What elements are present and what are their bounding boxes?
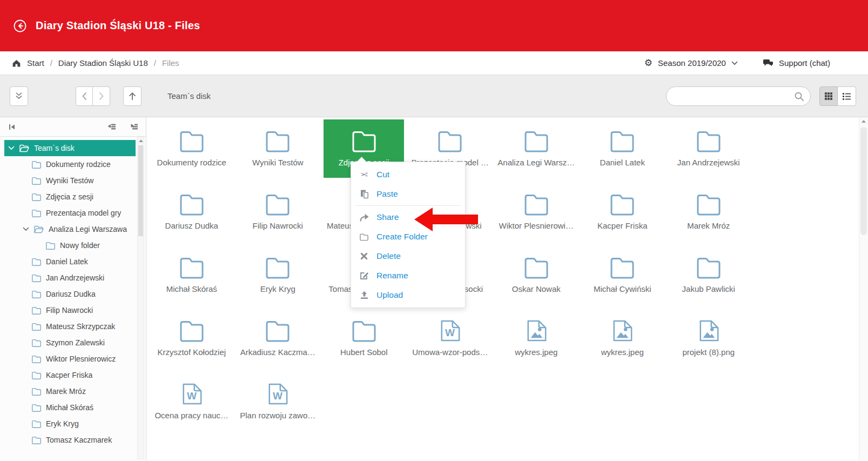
file-tile-folder[interactable]: Kacper Friska (582, 183, 663, 241)
tree-item[interactable]: Eryk Kryg (4, 416, 136, 432)
context-menu-item-paste[interactable]: Paste (351, 184, 465, 204)
folder-icon (31, 355, 42, 364)
file-grid-pane: Dokumenty rodziceWyniki TestówZdjęcia z … (146, 117, 868, 460)
tree-item[interactable]: Marek Mróz (4, 383, 136, 399)
file-tile-word[interactable]: WOcena pracy nauc… (151, 372, 232, 431)
folder-icon (609, 129, 635, 153)
file-tile-word[interactable]: WPlan rozwoju zawo… (238, 372, 318, 431)
file-tile-folder[interactable]: Dokumenty rodzice (151, 119, 232, 178)
season-selector[interactable]: ⚙ Season 2019/2020 (644, 58, 738, 68)
collapse-sidebar-icon[interactable] (8, 123, 16, 131)
file-tile-folder[interactable]: Dariusz Dudka (151, 183, 232, 241)
file-tile-image[interactable]: wykres.jpeg (582, 309, 663, 368)
file-tile-image[interactable]: projekt (8).png (668, 309, 749, 368)
file-tile-folder[interactable]: Filip Nawrocki (238, 183, 318, 241)
file-icon-wrap (265, 128, 291, 155)
tree-item[interactable]: Wiktor Plesnierowicz (4, 351, 136, 367)
folder-icon (31, 306, 42, 315)
context-menu-item-cut[interactable]: ✂Cut (351, 165, 465, 184)
file-tile-word[interactable]: WUmowa-wzor-pods… (410, 309, 490, 368)
sidebar-scrollbar[interactable] (137, 137, 144, 459)
support-chat-link[interactable]: Support (chat) (763, 58, 830, 68)
tree-chevron-down-icon[interactable] (23, 227, 29, 231)
file-tile-folder[interactable]: Krzysztof Kołodziej (151, 309, 232, 368)
tree-item[interactable]: Prezentacja model gry (4, 205, 136, 221)
file-tile-folder[interactable]: Analiza Legi Warsz… (496, 119, 576, 178)
file-icon-wrap (523, 128, 549, 155)
tree-item[interactable]: Zdjęcia z sesji (4, 189, 136, 205)
breadcrumb-separator: / (154, 58, 156, 68)
folder-icon (31, 160, 42, 169)
file-label: Marek Mróz (687, 221, 730, 230)
tree-item[interactable]: Filip Nawrocki (4, 302, 136, 318)
file-icon-wrap (437, 128, 463, 155)
folder-tree: Team`s diskDokumenty rodziceWyniki Testó… (0, 137, 146, 448)
file-label: Krzysztof Kołodziej (157, 348, 226, 357)
tree-item[interactable]: Szymon Zalewski (4, 335, 136, 351)
menu-item-label: Paste (376, 189, 398, 199)
app-header: Diary Stadion Śląski U18 - Files (0, 0, 868, 51)
file-tile-folder[interactable]: Arkadiusz Kaczma… (238, 309, 318, 368)
nav-forward-button[interactable] (93, 86, 110, 106)
content-area: Team`s diskDokumenty rodziceWyniki Testó… (0, 117, 868, 460)
share-icon (359, 213, 369, 222)
search-box (666, 86, 811, 106)
file-tile-folder[interactable]: Oskar Nowak (496, 246, 576, 304)
tree-item[interactable]: Mateusz Skrzypczak (4, 318, 136, 335)
tree-chevron-down-icon[interactable] (8, 146, 15, 150)
file-tile-folder[interactable]: Eryk Kryg (238, 246, 318, 304)
tree-item-label: Dokumenty rodzice (46, 160, 111, 169)
file-tile-folder[interactable]: Wiktor Plesnierowi… (496, 183, 576, 241)
breadcrumb-item: Files (162, 58, 179, 68)
context-menu-item-delete[interactable]: Delete (351, 246, 465, 266)
expand-all-tree-icon[interactable] (129, 123, 138, 130)
file-tile-folder[interactable]: Jakub Pawlicki (668, 246, 749, 304)
scrollbar-thumb[interactable] (860, 127, 867, 235)
tree-item[interactable]: Wyniki Testów (4, 172, 136, 189)
tree-item[interactable]: Dariusz Dudka (4, 286, 136, 302)
tree-item[interactable]: Analiza Legi Warszawa (4, 221, 136, 237)
nav-back-button[interactable] (76, 86, 93, 106)
back-circle-arrow-icon[interactable] (13, 19, 27, 33)
collapse-all-tree-icon[interactable] (107, 123, 116, 130)
menu-item-label: Rename (376, 271, 408, 280)
file-tile-folder[interactable]: Wyniki Testów (238, 119, 318, 178)
folder-icon (31, 371, 42, 380)
search-input[interactable] (666, 86, 811, 106)
context-menu-item-rename[interactable]: Rename (351, 266, 465, 285)
file-icon-wrap (265, 191, 291, 218)
file-tile-image[interactable]: wykres.jpeg (496, 309, 576, 368)
file-icon-wrap (609, 254, 635, 281)
tree-item[interactable]: Michał Skóraś (4, 399, 136, 416)
context-menu-item-upload[interactable]: Upload (351, 285, 465, 305)
list-view-button[interactable] (838, 86, 856, 106)
file-tile-folder[interactable]: Michał Skóraś (151, 246, 232, 304)
tree-item[interactable]: Nowy folder (4, 237, 136, 253)
tree-item[interactable]: Jan Andrzejewski (4, 270, 136, 286)
context-menu-item-share[interactable]: Share (351, 208, 465, 227)
nav-up-button[interactable] (123, 86, 142, 106)
file-tile-folder[interactable]: Jan Andrzejewski (668, 119, 749, 178)
tree-item[interactable]: Team`s disk (4, 140, 136, 156)
search-icon[interactable] (793, 91, 804, 104)
tree-item[interactable]: Tomasz Kaczmarek (4, 432, 136, 448)
home-icon[interactable] (12, 59, 21, 68)
grid-view-button[interactable] (819, 86, 838, 106)
main-scrollbar[interactable] (859, 117, 868, 460)
scroll-up-caret[interactable] (862, 120, 866, 123)
tree-item[interactable]: Dokumenty rodzice (4, 156, 136, 172)
breadcrumb-item[interactable]: Start (27, 58, 44, 68)
file-tile-folder[interactable]: Marek Mróz (668, 183, 749, 241)
tree-item[interactable]: Daniel Latek (4, 253, 136, 270)
breadcrumb-item[interactable]: Diary Stadion Śląski U18 (58, 58, 148, 68)
scrollbar-thumb[interactable] (138, 145, 143, 236)
file-tile-folder[interactable]: Hubert Sobol (324, 309, 404, 368)
expand-panel-button[interactable] (10, 86, 28, 106)
context-menu-item-create-folder[interactable]: Create Folder (351, 227, 465, 246)
file-icon-wrap: W (267, 380, 288, 407)
tree-item[interactable]: Kacper Friska (4, 367, 136, 383)
tree-item-label: Tomasz Kaczmarek (46, 436, 112, 444)
scroll-up-caret[interactable] (139, 139, 143, 142)
file-tile-folder[interactable]: Michał Cywiński (582, 246, 663, 304)
file-tile-folder[interactable]: Daniel Latek (582, 119, 663, 178)
